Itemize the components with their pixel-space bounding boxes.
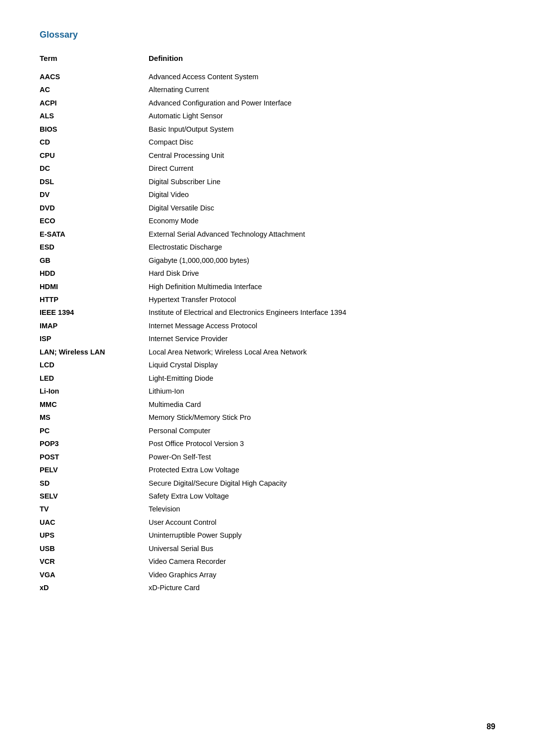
definition-cell: Automatic Light Sensor — [149, 109, 495, 122]
table-row: xDxD-Picture Card — [40, 581, 495, 594]
table-row: TVTelevision — [40, 503, 495, 515]
table-row: ESDElectrostatic Discharge — [40, 241, 495, 253]
definition-cell: Lithium-Ion — [149, 385, 495, 398]
term-cell: E-SATA — [40, 228, 149, 241]
definition-cell: Gigabyte (1,000,000,000 bytes) — [149, 254, 495, 267]
term-cell: VGA — [40, 568, 149, 581]
term-cell: ALS — [40, 109, 149, 122]
definition-cell: Economy Mode — [149, 214, 495, 227]
table-row: ALSAutomatic Light Sensor — [40, 109, 495, 122]
term-cell: DSL — [40, 175, 149, 188]
glossary-table: Term Definition AACSAdvanced Access Cont… — [40, 54, 495, 595]
table-row: DVDigital Video — [40, 188, 495, 201]
table-row: VCRVideo Camera Recorder — [40, 555, 495, 568]
definition-cell: High Definition Multimedia Interface — [149, 280, 495, 293]
table-row: HDDHard Disk Drive — [40, 267, 495, 280]
term-cell: HDMI — [40, 280, 149, 293]
term-cell: DV — [40, 188, 149, 201]
table-row: USBUniversal Serial Bus — [40, 542, 495, 555]
definition-cell: Internet Service Provider — [149, 332, 495, 345]
table-row: SDSecure Digital/Secure Digital High Cap… — [40, 477, 495, 490]
table-row: DSLDigital Subscriber Line — [40, 175, 495, 188]
definition-cell: Light-Emitting Diode — [149, 372, 495, 385]
definition-cell: Personal Computer — [149, 424, 495, 437]
definition-cell: Hard Disk Drive — [149, 267, 495, 280]
term-cell: LCD — [40, 358, 149, 371]
term-column-header: Term — [40, 54, 149, 70]
term-cell: ACPI — [40, 97, 149, 109]
term-cell: ISP — [40, 332, 149, 345]
term-cell: POST — [40, 451, 149, 463]
term-cell: AACS — [40, 70, 149, 83]
term-cell: GB — [40, 254, 149, 267]
term-cell: UAC — [40, 516, 149, 529]
definition-cell: Compact Disc — [149, 136, 495, 149]
term-cell: SELV — [40, 490, 149, 503]
table-row: IEEE 1394Institute of Electrical and Ele… — [40, 306, 495, 319]
term-cell: MMC — [40, 398, 149, 411]
table-row: VGAVideo Graphics Array — [40, 568, 495, 581]
term-cell: PC — [40, 424, 149, 437]
definition-cell: Universal Serial Bus — [149, 542, 495, 555]
term-cell: AC — [40, 83, 149, 96]
definition-cell: xD-Picture Card — [149, 581, 495, 594]
definition-cell: Post Office Protocol Version 3 — [149, 437, 495, 450]
term-cell: xD — [40, 581, 149, 594]
definition-cell: Basic Input/Output System — [149, 123, 495, 136]
table-row: DVDDigital Versatile Disc — [40, 202, 495, 214]
definition-cell: Safety Extra Low Voltage — [149, 490, 495, 503]
term-cell: DC — [40, 162, 149, 175]
term-cell: PELV — [40, 463, 149, 476]
page-container: Glossary Term Definition AACSAdvanced Ac… — [0, 0, 535, 756]
definition-cell: Central Processing Unit — [149, 149, 495, 162]
definition-cell: Digital Subscriber Line — [149, 175, 495, 188]
definition-cell: Digital Video — [149, 188, 495, 201]
definition-cell: Advanced Configuration and Power Interfa… — [149, 97, 495, 109]
table-row: HDMIHigh Definition Multimedia Interface — [40, 280, 495, 293]
definition-cell: Television — [149, 503, 495, 515]
table-row: SELVSafety Extra Low Voltage — [40, 490, 495, 503]
definition-cell: Local Area Network; Wireless Local Area … — [149, 346, 495, 358]
term-cell: ECO — [40, 214, 149, 227]
term-cell: USB — [40, 542, 149, 555]
definition-cell: Secure Digital/Secure Digital High Capac… — [149, 477, 495, 490]
table-row: BIOSBasic Input/Output System — [40, 123, 495, 136]
term-cell: BIOS — [40, 123, 149, 136]
table-row: ACAlternating Current — [40, 83, 495, 96]
term-cell: IEEE 1394 — [40, 306, 149, 319]
glossary-title: Glossary — [40, 30, 495, 40]
table-row: POP3Post Office Protocol Version 3 — [40, 437, 495, 450]
definition-cell: Digital Versatile Disc — [149, 202, 495, 214]
table-row: DCDirect Current — [40, 162, 495, 175]
definition-cell: Multimedia Card — [149, 398, 495, 411]
term-cell: HTTP — [40, 293, 149, 306]
term-cell: Li-Ion — [40, 385, 149, 398]
definition-cell: Protected Extra Low Voltage — [149, 463, 495, 476]
table-row: LCDLiquid Crystal Display — [40, 358, 495, 371]
table-row: UACUser Account Control — [40, 516, 495, 529]
table-row: UPSUninterruptible Power Supply — [40, 529, 495, 542]
table-row: PCPersonal Computer — [40, 424, 495, 437]
term-cell: IMAP — [40, 319, 149, 332]
definition-cell: Electrostatic Discharge — [149, 241, 495, 253]
table-row: Li-IonLithium-Ion — [40, 385, 495, 398]
term-cell: SD — [40, 477, 149, 490]
definition-cell: Power-On Self-Test — [149, 451, 495, 463]
definition-cell: Video Graphics Array — [149, 568, 495, 581]
definition-cell: Video Camera Recorder — [149, 555, 495, 568]
table-row: AACSAdvanced Access Content System — [40, 70, 495, 83]
definition-column-header: Definition — [149, 54, 495, 70]
table-row: MSMemory Stick/Memory Stick Pro — [40, 411, 495, 424]
table-row: CDCompact Disc — [40, 136, 495, 149]
term-cell: MS — [40, 411, 149, 424]
table-header-row: Term Definition — [40, 54, 495, 70]
table-row: LEDLight-Emitting Diode — [40, 372, 495, 385]
table-row: E-SATAExternal Serial Advanced Technolog… — [40, 228, 495, 241]
page-number: 89 — [486, 722, 495, 731]
term-cell: LAN; Wireless LAN — [40, 346, 149, 358]
table-row: LAN; Wireless LANLocal Area Network; Wir… — [40, 346, 495, 358]
definition-cell: Liquid Crystal Display — [149, 358, 495, 371]
definition-cell: Advanced Access Content System — [149, 70, 495, 83]
term-cell: HDD — [40, 267, 149, 280]
definition-cell: Uninterruptible Power Supply — [149, 529, 495, 542]
